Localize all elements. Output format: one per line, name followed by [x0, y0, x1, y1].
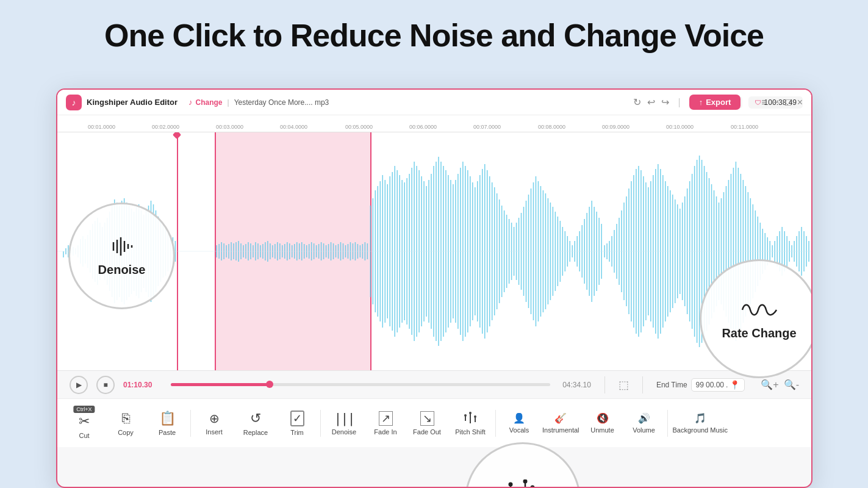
unmute-icon: 🔇 — [597, 412, 609, 424]
zoom-controls: 🔍+ 🔍- — [761, 379, 799, 390]
pin-icon: 📍 — [730, 380, 740, 390]
pitch-shift-icon — [463, 411, 478, 426]
total-time-display: 04:34.10 — [562, 381, 591, 389]
fade-in-tool[interactable]: ↗ Fade In — [365, 402, 406, 445]
denoise-icon: ||| — [334, 411, 354, 426]
window-controls: ↻ ↩ ↪ | ↑ Export ≡ − □ × — [633, 90, 803, 115]
svg-point-295 — [469, 412, 472, 414]
trim-tool[interactable]: ✓ Trim — [276, 402, 318, 445]
svg-point-293 — [464, 414, 467, 417]
pitch-shift-label: Pitch Shift — [455, 428, 486, 436]
background-music-label: Background Music — [673, 426, 728, 434]
fade-out-label: Fade Out — [413, 428, 441, 436]
progress-fill — [171, 383, 270, 386]
page-headline: One Click to Reduce Noise and Change Voi… — [0, 0, 868, 65]
fade-out-icon: ↘ — [420, 411, 434, 426]
app-window: ♪ Kingshiper Audio Editor ♪ Change | Yes… — [56, 88, 812, 488]
cut-label: Cut — [79, 432, 89, 439]
background-music-icon: 🎵 — [694, 412, 706, 424]
insert-icon: ⊕ — [209, 411, 220, 426]
unmute-tool[interactable]: 🔇 Unmute — [582, 402, 623, 445]
rate-change-overlay-icon — [741, 297, 778, 323]
cut-icon: ✂ — [79, 414, 90, 429]
cut-tool[interactable]: Ctrl+X ✂ Cut — [63, 402, 105, 445]
undo-icon[interactable]: ↩ — [647, 96, 655, 108]
denoise-label: Denoise — [332, 428, 356, 436]
close-icon[interactable]: × — [797, 97, 803, 108]
denoise-tool[interactable]: ||| Denoise — [323, 402, 365, 445]
refresh-icon[interactable]: ↻ — [633, 96, 641, 108]
zoom-out-button[interactable]: 🔍- — [784, 379, 799, 390]
vocals-tool[interactable]: 👤 Vocals — [498, 402, 540, 445]
current-time-display: 01:10.30 — [123, 381, 159, 389]
menu-icon[interactable]: ≡ — [761, 97, 767, 108]
trim-label: Trim — [290, 429, 304, 436]
denoise-waveform-icon — [109, 235, 135, 258]
instrumental-icon: 🎸 — [554, 412, 567, 424]
rate-change-overlay-label: Rate Change — [722, 326, 796, 340]
end-time-area: End Time 99 00.00 . 📍 — [656, 378, 745, 392]
replace-label: Replace — [243, 429, 268, 436]
fade-in-label: Fade In — [374, 428, 396, 436]
paste-icon: 📋 — [159, 411, 176, 426]
volume-label: Volume — [633, 426, 655, 434]
background-music-tool[interactable]: 🎵 Background Music — [670, 402, 731, 445]
vocals-label: Vocals — [509, 426, 529, 434]
timeline-ruler: 00:01.0000 00:02.0000 00:03.0000 00:04.0… — [57, 115, 811, 132]
volume-tool[interactable]: 🔊 Volume — [623, 402, 665, 445]
end-time-input[interactable]: 99 00.00 . 📍 — [691, 378, 745, 392]
pitch-shift-tool[interactable]: Pitch Shift — [448, 402, 493, 445]
svg-point-312 — [531, 485, 535, 488]
export-icon: ↑ — [699, 98, 703, 107]
rate-change-overlay: Rate Change — [700, 259, 812, 378]
tab-change-label[interactable]: Change — [196, 98, 223, 107]
volume-icon: 🔊 — [638, 412, 650, 424]
insert-tool[interactable]: ⊕ Insert — [193, 402, 235, 445]
file-name: Yesterday Once More.... mp3 — [234, 98, 329, 107]
unmute-label: Unmute — [590, 426, 614, 434]
copy-label: Copy — [118, 429, 134, 436]
denoise-overlay-label: Denoise — [98, 263, 146, 277]
instrumental-label: Instrumental — [542, 426, 579, 434]
progress-handle[interactable] — [266, 381, 273, 388]
select-tool-icon[interactable]: ⬚ — [619, 378, 629, 392]
maximize-icon[interactable]: □ — [785, 97, 791, 108]
app-name: Kingshiper Audio Editor — [87, 98, 178, 107]
trim-icon: ✓ — [290, 411, 304, 426]
copy-icon: ⎘ — [122, 411, 130, 426]
titlebar: ♪ Kingshiper Audio Editor ♪ Change | Yes… — [57, 90, 811, 115]
denoise-overlay: Denoise — [68, 203, 175, 309]
svg-point-297 — [474, 415, 476, 418]
minimize-icon[interactable]: − — [773, 97, 779, 108]
fade-in-icon: ↗ — [379, 411, 393, 426]
music-note-icon: ♪ — [188, 98, 193, 107]
paste-tool[interactable]: 📋 Paste — [146, 402, 188, 445]
play-button[interactable]: ▶ — [70, 376, 88, 394]
zoom-in-button[interactable]: 🔍+ — [761, 379, 778, 390]
fade-out-tool[interactable]: ↘ Fade Out — [406, 402, 448, 445]
svg-point-310 — [523, 479, 528, 484]
stop-button[interactable]: ■ — [96, 376, 115, 394]
replace-tool[interactable]: ↺ Replace — [235, 402, 276, 445]
paste-label: Paste — [159, 429, 176, 436]
app-logo: ♪ — [66, 95, 82, 110]
cut-shortcut-badge: Ctrl+X — [73, 406, 95, 413]
bottom-toolbar: Ctrl+X ✂ Cut ⎘ Copy 📋 Paste ⊕ Insert ↺ R… — [57, 398, 811, 447]
progress-track[interactable] — [171, 383, 550, 386]
titlebar-tab: ♪ Change | Yesterday Once More.... mp3 — [188, 98, 329, 107]
export-button[interactable]: ↑ Export — [689, 95, 741, 110]
instrumental-tool[interactable]: 🎸 Instrumental — [540, 402, 582, 445]
redo-icon[interactable]: ↪ — [661, 96, 669, 108]
replace-icon: ↺ — [250, 411, 261, 426]
svg-point-306 — [509, 482, 513, 486]
vocals-icon: 👤 — [513, 412, 525, 424]
insert-label: Insert — [206, 428, 223, 436]
transport-bar: ▶ ■ 01:10.30 04:34.10 ⬚ End Time 99 00.0… — [57, 370, 811, 398]
pitch-shift-overlay: Pitch Shift — [465, 442, 581, 488]
copy-tool[interactable]: ⎘ Copy — [105, 402, 146, 445]
pitch-shift-overlay-icon — [507, 479, 539, 489]
